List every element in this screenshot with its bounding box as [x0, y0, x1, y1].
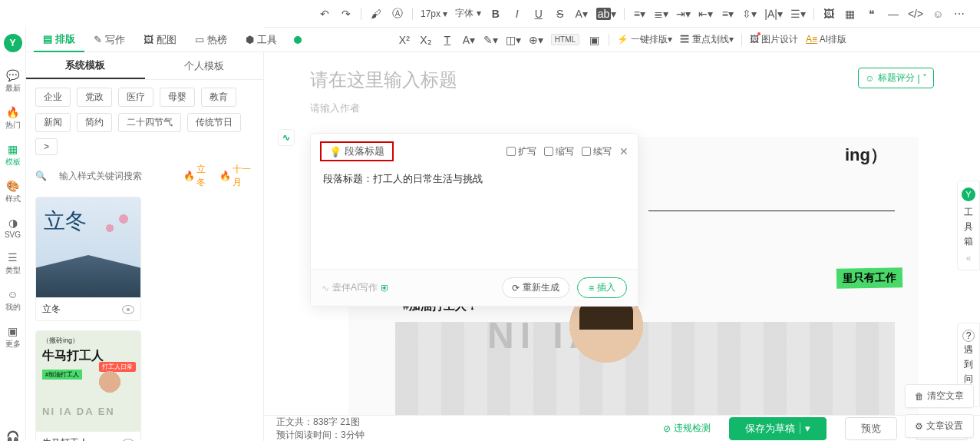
trending-1[interactable]: 🔥立冬 — [183, 163, 210, 189]
trending-2[interactable]: 🔥十一月 — [219, 163, 254, 189]
clear-article-button[interactable]: 🗑 清空文章 — [905, 384, 974, 408]
author-input[interactable]: 请输入作者 — [310, 101, 934, 115]
separator — [624, 8, 625, 20]
title-score-button[interactable]: ☺ 标题评分 | ˅ — [858, 68, 934, 88]
title-input[interactable]: 请在这里输入标题 — [310, 68, 934, 92]
tag-item[interactable]: 医疗 — [118, 88, 153, 107]
strike-icon[interactable]: S — [553, 7, 567, 21]
tag-item[interactable]: 党政 — [77, 88, 112, 107]
quote-icon[interactable]: ❝ — [865, 7, 879, 21]
document: ☺ 标题评分 | ˅ 请在这里输入标题 请输入作者 ∿ ing） 里只有工作 #… — [310, 68, 934, 415]
bold-icon[interactable]: B — [489, 7, 503, 21]
insert-button[interactable]: ≡ 插入 — [577, 277, 627, 298]
brush-icon[interactable]: ✎▾ — [483, 33, 498, 47]
tag-item[interactable]: 教育 — [201, 88, 236, 107]
action-continue[interactable]: 续写 — [582, 145, 612, 158]
eye-icon[interactable] — [122, 439, 134, 442]
shape-icon[interactable]: ◫▾ — [506, 33, 521, 47]
template-card[interactable]: 立冬 立冬 — [35, 197, 141, 321]
tag-item[interactable]: 传统节日 — [187, 113, 241, 132]
violation-check[interactable]: ⊘ 违规检测 — [663, 422, 711, 435]
rail-help[interactable]: 🎧 — [6, 430, 19, 441]
template-card[interactable]: （搬砖ing） 牛马打工人 #加油打工人 打工人日常 NI IA DA EN 牛… — [35, 330, 141, 441]
key-lines[interactable]: ☰ 重点划线▾ — [680, 33, 733, 46]
rail-styles[interactable]: 🎨样式 — [5, 180, 21, 204]
align-left-icon[interactable]: ≡▾ — [632, 7, 646, 21]
hr-icon[interactable]: — — [886, 7, 900, 21]
insert-image-icon[interactable]: 🖼 — [822, 7, 836, 21]
format-icon[interactable]: Ⓐ — [391, 7, 404, 21]
rail-templates[interactable]: ▦模板 — [5, 143, 21, 167]
pic-design[interactable]: 🖼 图片设计 — [750, 33, 798, 46]
cube-icon: ⬢ — [246, 34, 254, 45]
template-search-input[interactable] — [56, 171, 174, 181]
rail-svg[interactable]: ◑SVG — [5, 217, 21, 239]
tab-personal-templates[interactable]: 个人模板 — [145, 52, 264, 79]
mode-write[interactable]: ✎写作 — [84, 28, 134, 52]
redo-icon[interactable]: ↷ — [339, 7, 353, 21]
html-tag-icon[interactable]: HTML — [551, 34, 579, 45]
subscript-icon[interactable]: X₂ — [419, 33, 433, 47]
font-size-select[interactable]: 17px ▾ — [421, 8, 447, 19]
outdent-icon[interactable]: ⇤▾ — [698, 7, 713, 21]
editor-area: ☺ 标题评分 | ˅ 请在这里输入标题 请输入作者 ∿ ing） 里只有工作 #… — [264, 52, 980, 415]
text-color-icon[interactable]: A▾ — [575, 7, 589, 21]
bg-color-icon[interactable]: A▾ — [462, 33, 476, 47]
mode-layout[interactable]: ▤排版 — [34, 28, 84, 52]
align-center-icon[interactable]: ≣▾ — [654, 7, 668, 21]
tag-item[interactable]: 简约 — [77, 113, 112, 132]
undo-icon[interactable]: ↶ — [318, 7, 332, 21]
popover-brand: ∿ 壹伴AI写作 ⛨ — [322, 281, 390, 294]
right-rail-toolbox[interactable]: Y 工 具 箱 « — [957, 181, 980, 270]
font-family-select[interactable]: 字体 ▾ — [455, 7, 480, 20]
tab-system-templates[interactable]: 系统模板 — [26, 52, 145, 79]
mode-rank[interactable]: ▭热榜 — [186, 28, 236, 52]
eye-icon[interactable] — [122, 305, 134, 314]
regenerate-button[interactable]: ⟳ 重新生成 — [502, 277, 569, 298]
save-draft-button[interactable]: 保存为草稿 ▾ — [729, 417, 827, 440]
rail-latest[interactable]: 💬最新 — [5, 69, 21, 94]
char-spacing-icon[interactable]: |A|▾ — [764, 7, 783, 21]
emoji-icon[interactable]: ☺ — [931, 7, 945, 21]
rail-more[interactable]: ▣更多 — [5, 325, 21, 350]
line-height-icon[interactable]: ≡▾ — [721, 7, 734, 21]
spacing-icon[interactable]: ⇳▾ — [742, 7, 757, 21]
ai-layout[interactable]: A≡ AI排版 — [806, 33, 846, 46]
tag-item[interactable]: 新闻 — [35, 113, 71, 132]
component-icon[interactable]: ▣ — [587, 33, 601, 47]
article-settings-button[interactable]: ⚙ 文章设置 — [905, 414, 974, 438]
close-icon[interactable]: ✕ — [619, 145, 629, 158]
list-icon[interactable]: ☰▾ — [790, 7, 806, 21]
link-icon[interactable]: ⊕▾ — [529, 33, 543, 47]
clear-article-label: 清空文章 — [927, 390, 964, 403]
code-icon[interactable]: </> — [908, 7, 923, 21]
tag-more[interactable]: > — [35, 138, 58, 155]
table-icon[interactable]: ▦ — [843, 7, 857, 21]
ai-side-badge[interactable]: ∿ — [278, 129, 295, 146]
clear-format-icon[interactable]: T — [441, 33, 454, 47]
tag-item[interactable]: 二十四节气 — [118, 113, 181, 132]
template-footer: 立冬 — [36, 297, 140, 320]
tag-item[interactable]: 母婴 — [160, 88, 195, 107]
preview-button[interactable]: 预览 — [845, 417, 897, 440]
bars-icon: ☰ — [8, 251, 18, 264]
action-expand[interactable]: 扩写 — [506, 145, 536, 158]
underline-icon[interactable]: U — [532, 7, 546, 21]
tag-item[interactable]: 企业 — [35, 88, 71, 107]
popover-header: 💡 段落标题 扩写 缩写 续写 ✕ — [311, 134, 638, 169]
superscript-icon[interactable]: X² — [398, 33, 411, 47]
highlight-icon[interactable]: ab▾ — [596, 7, 617, 21]
rail-mine[interactable]: ☺我的 — [5, 288, 21, 313]
title-score-label: 标题评分 — [878, 71, 915, 85]
mode-image[interactable]: 🖼配图 — [134, 28, 186, 52]
app-logo[interactable]: Y — [4, 34, 22, 52]
rail-hot[interactable]: 🔥热门 — [5, 106, 21, 131]
paint-icon[interactable]: 🖌 — [369, 7, 383, 21]
indent-icon[interactable]: ⇥▾ — [676, 7, 691, 21]
italic-icon[interactable]: I — [510, 7, 524, 21]
rail-type[interactable]: ☰类型 — [5, 251, 21, 276]
action-shrink[interactable]: 缩写 — [544, 145, 574, 158]
more-icon[interactable]: ⋯ — [952, 7, 966, 21]
one-click-layout[interactable]: ⚡ 一键排版▾ — [617, 33, 672, 46]
rail-latest-label: 最新 — [5, 83, 21, 94]
